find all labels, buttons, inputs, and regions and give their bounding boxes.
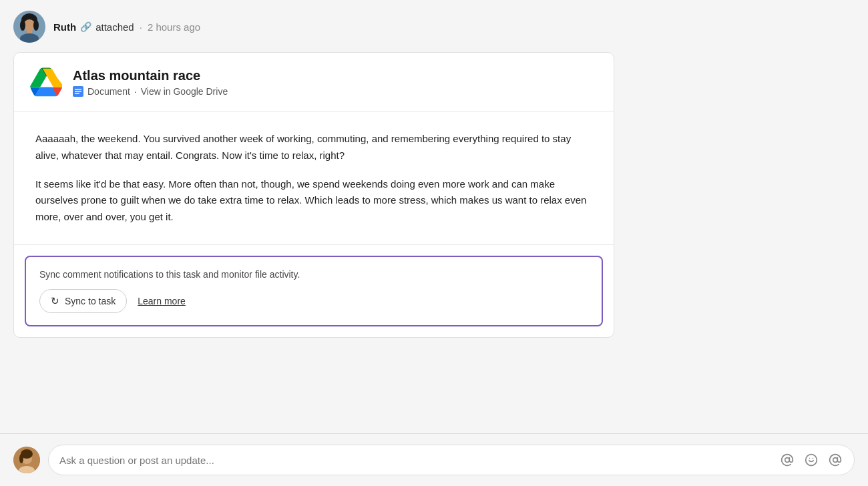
emoji-icon — [805, 453, 818, 467]
svg-point-5 — [20, 20, 25, 31]
learn-more-button[interactable]: Learn more — [138, 296, 186, 306]
drive-file-header: Atlas mountain race Document · View in G… — [14, 53, 614, 112]
at-icon-button-2[interactable] — [827, 452, 843, 468]
username: Ruth — [53, 21, 76, 33]
svg-point-20 — [833, 458, 838, 463]
attachment-card: Atlas mountain race Document · View in G… — [13, 52, 614, 338]
emoji-button[interactable] — [803, 452, 819, 468]
sync-button-label: Sync to task — [65, 296, 116, 306]
sync-actions: ↻ Sync to task Learn more — [39, 289, 588, 313]
svg-rect-9 — [75, 91, 81, 92]
google-drive-icon — [30, 66, 62, 98]
svg-rect-8 — [75, 89, 81, 90]
doc-paragraph-1: Aaaaaah, the weekend. You survived anoth… — [35, 131, 592, 164]
drive-file-title: Atlas mountain race — [73, 68, 228, 83]
activity-header: Ruth 🔗 attached · 2 hours ago — [13, 11, 855, 43]
separator: · — [140, 21, 142, 33]
at-mention-button[interactable] — [779, 452, 795, 468]
comment-input[interactable] — [59, 455, 774, 466]
dot-separator: · — [134, 86, 137, 97]
paperclip-icon: 🔗 — [80, 21, 91, 32]
document-content: Aaaaaah, the weekend. You survived anoth… — [14, 112, 614, 245]
doc-paragraph-2: It seems like it'd be that easy. More of… — [35, 176, 592, 226]
svg-point-14 — [19, 454, 23, 463]
svg-rect-10 — [75, 93, 79, 94]
svg-point-17 — [806, 455, 817, 466]
drive-info: Atlas mountain race Document · View in G… — [73, 68, 228, 97]
at-icon-2 — [829, 453, 842, 467]
svg-point-6 — [33, 20, 39, 31]
avatar — [13, 11, 45, 43]
action-text: attached — [95, 21, 134, 33]
sync-banner: Sync comment notifications to this task … — [25, 256, 603, 326]
comment-area — [0, 434, 868, 486]
doc-type-icon — [73, 86, 83, 97]
doc-type-label: Document — [87, 86, 130, 97]
activity-meta: Ruth 🔗 attached · 2 hours ago — [53, 21, 200, 33]
at-icon — [781, 453, 794, 467]
comment-input-wrapper[interactable] — [48, 445, 855, 475]
comment-avatar — [13, 447, 40, 473]
timestamp: 2 hours ago — [148, 21, 200, 33]
view-in-drive-link[interactable]: View in Google Drive — [141, 86, 228, 97]
sync-to-task-button[interactable]: ↻ Sync to task — [39, 289, 127, 313]
svg-point-16 — [785, 458, 790, 463]
sync-icon: ↻ — [51, 295, 59, 307]
comment-icons — [779, 452, 843, 468]
sync-description: Sync comment notifications to this task … — [39, 269, 588, 280]
drive-file-subtitle: Document · View in Google Drive — [73, 86, 228, 97]
